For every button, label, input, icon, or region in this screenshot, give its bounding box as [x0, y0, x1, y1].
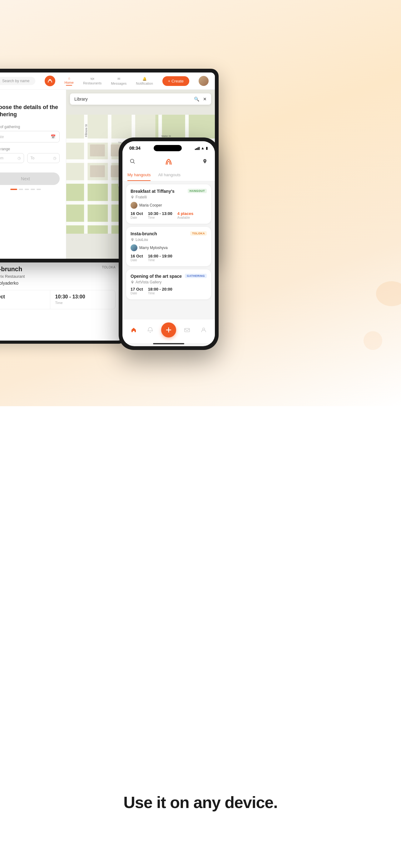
decorative-blob-2: [364, 331, 382, 350]
bottom-tagline: Use it on any device.: [0, 793, 401, 812]
create-button[interactable]: + Create: [162, 76, 189, 86]
battery-icon: ▮: [206, 146, 208, 150]
card-breakfast-tiffanys[interactable]: Breakfast at Tiffany's HANGOUT Fratelli …: [126, 184, 211, 224]
card-1-details: 16 Oct Date 10:30 - 13:00 Time 4 places …: [131, 211, 207, 219]
signal-bar-2: [196, 148, 197, 150]
card-2-date: 16 Oct Date: [131, 254, 143, 262]
tablet-lower-user: Maria Kolyaderko: [0, 281, 115, 286]
search-icon: 🔍: [0, 79, 0, 83]
svg-rect-31: [185, 329, 190, 332]
clock-icon-2: ◷: [53, 156, 56, 160]
signal-bar-1: [195, 149, 196, 150]
card-1-header: Breakfast at Tiffany's HANGOUT: [131, 189, 207, 194]
card-3-header: Opening of the art space GATHERING: [131, 274, 207, 279]
tablet-nav-logo: [45, 75, 55, 86]
tablet-from-input[interactable]: From ◷: [0, 153, 24, 163]
tablet-next-button[interactable]: Next: [0, 173, 60, 185]
progress-dot-1: [10, 189, 17, 190]
tab-all-hangouts[interactable]: All hangouts: [158, 169, 180, 181]
clock-icon: ◷: [18, 156, 21, 160]
calendar-icon: 📅: [51, 134, 56, 139]
phone-status-icons: ▲ ▮: [195, 146, 208, 150]
tablet-lower-time-detail: 10:30 - 13:00 Time: [50, 290, 115, 309]
phone-location-icon[interactable]: [200, 156, 210, 166]
phone-tabs: My hangouts All hangouts: [123, 169, 215, 181]
tablet-lower-date-value: 17 Oct: [0, 294, 45, 300]
card-2-user: Marry Myloshyva: [131, 244, 207, 251]
card-insta-brunch[interactable]: Insta-brunch TOLOKA LouLou Marry Myloshy…: [126, 227, 211, 266]
svg-point-30: [131, 159, 134, 163]
tablet-lower-details: 17 Oct Date 10:30 - 13:00 Time: [0, 290, 115, 309]
card-2-avatar: [131, 244, 137, 251]
tablet-tab-messages[interactable]: ✉ Messages: [111, 77, 127, 85]
nav-user-button[interactable]: [198, 324, 209, 336]
tablet-search[interactable]: 🔍 Search by name: [0, 77, 35, 85]
tablet-lower-title: Insta-brunch: [0, 266, 115, 273]
map-close-icon[interactable]: ✕: [203, 97, 207, 101]
tablet-form-panel: back Choose the details of the gathering…: [0, 90, 66, 259]
phone-time: 08:34: [129, 146, 140, 151]
phone-status-bar: 08:34 ▲ ▮: [123, 141, 215, 153]
tablet-progress: [0, 189, 60, 190]
nav-add-button[interactable]: [161, 322, 176, 337]
phone-bottom-nav: [123, 319, 215, 343]
card-1-location: Fratelli: [131, 195, 207, 199]
map-search-text: Library: [74, 97, 88, 101]
card-1-avatar: [131, 202, 137, 209]
card-3-details: 17 Oct Date 18:00 - 20:00 Time: [131, 287, 207, 295]
map-search-bar[interactable]: Library 🔍 ✕: [70, 93, 211, 105]
tab-my-hangouts[interactable]: My hangouts: [127, 169, 151, 181]
nav-bell-button[interactable]: [144, 324, 156, 336]
card-1-date: 16 Oct Date: [131, 211, 143, 219]
location-pin-icon-2: [131, 238, 134, 242]
nav-home-button[interactable]: [128, 324, 139, 336]
tablet-time-range-inputs: From ◷ To ◷: [0, 153, 60, 163]
card-2-header: Insta-brunch TOLOKA: [131, 231, 207, 236]
phone-search-icon[interactable]: [127, 156, 137, 166]
card-1-user: Maria Cooper: [131, 202, 207, 209]
progress-dot-5: [37, 189, 41, 190]
card-1-places: 4 places Available: [177, 211, 193, 219]
signal-bars: [195, 146, 200, 150]
phone-notch: [154, 145, 182, 151]
card-2-time: 16:00 - 19:00 Time: [148, 254, 172, 262]
tablet-to-input[interactable]: To ◷: [27, 153, 60, 163]
nav-mail-button[interactable]: [181, 324, 193, 336]
card-2-details: 16 Oct Date 16:00 - 19:00 Time: [131, 254, 207, 262]
tablet-back-label[interactable]: back: [0, 96, 60, 101]
map-search-icon[interactable]: 🔍: [194, 97, 199, 101]
card-2-username: Marry Myloshyva: [139, 246, 168, 250]
tablet-tabs: ⌂ Home 🍽 Restaurants ✉ Messages 🔔: [65, 76, 153, 86]
tablet-tab-notification[interactable]: 🔔 Notification: [136, 77, 153, 85]
home-icon: ⌂: [68, 76, 70, 80]
messages-icon: ✉: [118, 77, 120, 81]
tablet-avatar[interactable]: [199, 76, 209, 86]
phone-screen: 08:34 ▲ ▮: [123, 141, 215, 346]
card-3-date: 17 Oct Date: [131, 287, 143, 295]
card-art-space[interactable]: Opening of the art space GATHERING ArtVi…: [126, 269, 211, 299]
tablet-time-range-label: Time range: [0, 147, 60, 151]
card-1-username: Maria Cooper: [139, 203, 162, 208]
card-2-badge: TOLOKA: [190, 231, 207, 236]
wifi-icon: ▲: [201, 146, 205, 150]
restaurants-icon: 🍽: [91, 77, 94, 81]
tablet-lower-time-label: Time: [55, 301, 63, 305]
card-3-badge: GATHERING: [185, 274, 207, 278]
phone-device: 08:34 ▲ ▮: [119, 137, 219, 350]
card-2-location: LouLou: [131, 238, 207, 242]
tablet-lower-location: Grand Prix Restaurant: [0, 274, 115, 279]
tablet-tab-home[interactable]: ⌂ Home: [65, 76, 74, 86]
card-3-location: ArtVista Gallery: [131, 280, 207, 284]
tablet-date-label: Date of gathering: [0, 125, 60, 129]
svg-rect-18: [90, 144, 105, 156]
card-3-time: 18:00 - 20:00 Time: [148, 287, 172, 295]
tablet-lower-badge: TOLOKA: [102, 266, 115, 269]
tablet-navigation: 🔍 Search by name ⌂ Home: [0, 72, 215, 90]
tablet-search-placeholder: Search by name: [2, 79, 29, 83]
location-pin-icon-3: [131, 280, 134, 284]
progress-dot-2: [19, 189, 23, 190]
svg-rect-2: [66, 180, 126, 234]
tablet-lower-screen: TOLOKA Insta-brunch Grand Prix Restauran…: [0, 259, 122, 341]
tablet-date-input[interactable]: Date 📅: [0, 131, 60, 143]
tablet-tab-restaurants[interactable]: 🍽 Restaurants: [83, 77, 101, 85]
